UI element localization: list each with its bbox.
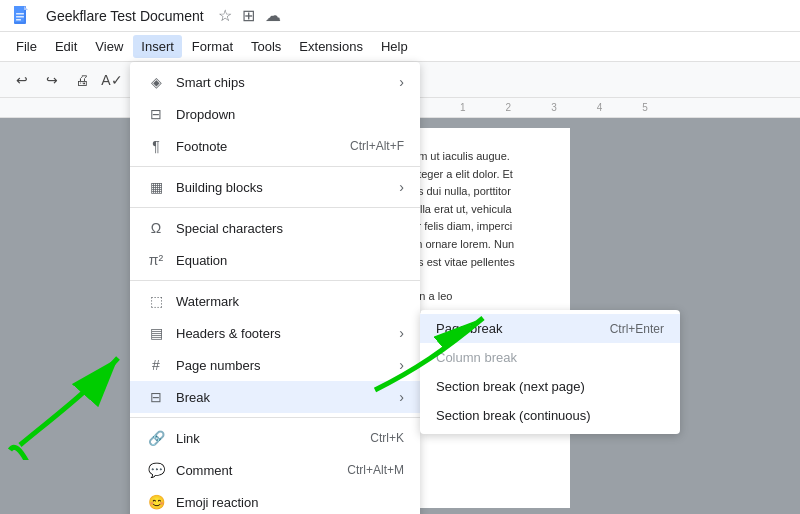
submenu-page-break[interactable]: Page break Ctrl+Enter xyxy=(420,314,680,343)
menu-item-equation[interactable]: π² Equation xyxy=(130,244,420,276)
svg-rect-2 xyxy=(16,13,24,15)
footnote-shortcut: Ctrl+Alt+F xyxy=(350,139,404,153)
menu-item-comment[interactable]: 💬 Comment Ctrl+Alt+M xyxy=(130,454,420,486)
menu-insert[interactable]: Insert xyxy=(133,35,182,58)
comment-icon: 💬 xyxy=(146,460,166,480)
menu-format[interactable]: Format xyxy=(184,35,241,58)
menu-item-emoji-reaction[interactable]: 😊 Emoji reaction xyxy=(130,486,420,514)
smart-chips-arrow: › xyxy=(399,74,404,90)
star-icon[interactable]: ☆ xyxy=(216,7,234,25)
divider-2 xyxy=(130,207,420,208)
menu-item-break[interactable]: ⊟ Break › xyxy=(130,381,420,413)
svg-rect-3 xyxy=(16,16,24,18)
menu-item-smart-chips[interactable]: ◈ Smart chips › xyxy=(130,66,420,98)
hash-icon: # xyxy=(146,355,166,375)
docs-logo xyxy=(10,4,34,28)
equation-label: Equation xyxy=(176,253,404,268)
special-chars-label: Special characters xyxy=(176,221,404,236)
menu-help[interactable]: Help xyxy=(373,35,416,58)
menu-item-link[interactable]: 🔗 Link Ctrl+K xyxy=(130,422,420,454)
break-label: Break xyxy=(176,390,391,405)
headers-footers-arrow: › xyxy=(399,325,404,341)
dropdown-icon: ⊟ xyxy=(146,104,166,124)
menu-edit[interactable]: Edit xyxy=(47,35,85,58)
building-blocks-label: Building blocks xyxy=(176,180,391,195)
header-icon: ▤ xyxy=(146,323,166,343)
dropdown-label: Dropdown xyxy=(176,107,404,122)
comment-shortcut: Ctrl+Alt+M xyxy=(347,463,404,477)
page-break-label: Page break xyxy=(436,321,503,336)
insert-dropdown-menu: ◈ Smart chips › ⊟ Dropdown ¶ Footnote Ct… xyxy=(130,62,420,514)
divider-4 xyxy=(130,417,420,418)
watermark-label: Watermark xyxy=(176,294,404,309)
link-label: Link xyxy=(176,431,370,446)
submenu-column-break: Column break xyxy=(420,343,680,372)
menu-item-special-chars[interactable]: Ω Special characters xyxy=(130,212,420,244)
break-icon: ⊟ xyxy=(146,387,166,407)
building-blocks-arrow: › xyxy=(399,179,404,195)
pi-icon: π² xyxy=(146,250,166,270)
omega-icon: Ω xyxy=(146,218,166,238)
move-icon[interactable]: ⊞ xyxy=(240,7,258,25)
page-break-shortcut: Ctrl+Enter xyxy=(610,322,664,336)
menu-item-footnote[interactable]: ¶ Footnote Ctrl+Alt+F xyxy=(130,130,420,162)
break-arrow: › xyxy=(399,389,404,405)
emoji-icon: 😊 xyxy=(146,492,166,512)
headers-footers-label: Headers & footers xyxy=(176,326,391,341)
menu-item-dropdown[interactable]: ⊟ Dropdown xyxy=(130,98,420,130)
cloud-icon: ☁ xyxy=(264,7,282,25)
undo-button[interactable]: ↩ xyxy=(8,66,36,94)
page-numbers-arrow: › xyxy=(399,357,404,373)
chip-icon: ◈ xyxy=(146,72,166,92)
spell-check-button[interactable]: A✓ xyxy=(98,66,126,94)
break-submenu: Page break Ctrl+Enter Column break Secti… xyxy=(420,310,680,434)
print-button[interactable]: 🖨 xyxy=(68,66,96,94)
smart-chips-label: Smart chips xyxy=(176,75,391,90)
divider-1 xyxy=(130,166,420,167)
menu-extensions[interactable]: Extensions xyxy=(291,35,371,58)
footnote-icon: ¶ xyxy=(146,136,166,156)
menu-item-watermark[interactable]: ⬚ Watermark xyxy=(130,285,420,317)
menu-view[interactable]: View xyxy=(87,35,131,58)
menu-item-building-blocks[interactable]: ▦ Building blocks › xyxy=(130,171,420,203)
menu-file[interactable]: File xyxy=(8,35,45,58)
section-break-continuous-label: Section break (continuous) xyxy=(436,408,591,423)
redo-button[interactable]: ↪ xyxy=(38,66,66,94)
emoji-reaction-label: Emoji reaction xyxy=(176,495,404,510)
submenu-section-break-continuous[interactable]: Section break (continuous) xyxy=(420,401,680,430)
svg-rect-4 xyxy=(16,19,21,21)
menu-item-page-numbers[interactable]: # Page numbers › xyxy=(130,349,420,381)
divider-3 xyxy=(130,280,420,281)
link-shortcut: Ctrl+K xyxy=(370,431,404,445)
menu-bar: File Edit View Insert Format Tools Exten… xyxy=(0,32,800,62)
watermark-icon: ⬚ xyxy=(146,291,166,311)
building-blocks-icon: ▦ xyxy=(146,177,166,197)
submenu-section-break-next[interactable]: Section break (next page) xyxy=(420,372,680,401)
title-bar-icons: ☆ ⊞ ☁ xyxy=(216,7,282,25)
section-break-next-label: Section break (next page) xyxy=(436,379,585,394)
link-icon: 🔗 xyxy=(146,428,166,448)
menu-item-headers-footers[interactable]: ▤ Headers & footers › xyxy=(130,317,420,349)
page-numbers-label: Page numbers xyxy=(176,358,391,373)
menu-tools[interactable]: Tools xyxy=(243,35,289,58)
footnote-label: Footnote xyxy=(176,139,350,154)
comment-label: Comment xyxy=(176,463,347,478)
column-break-label: Column break xyxy=(436,350,517,365)
title-bar: Geekflare Test Document ☆ ⊞ ☁ xyxy=(0,0,800,32)
document-title: Geekflare Test Document xyxy=(46,8,204,24)
